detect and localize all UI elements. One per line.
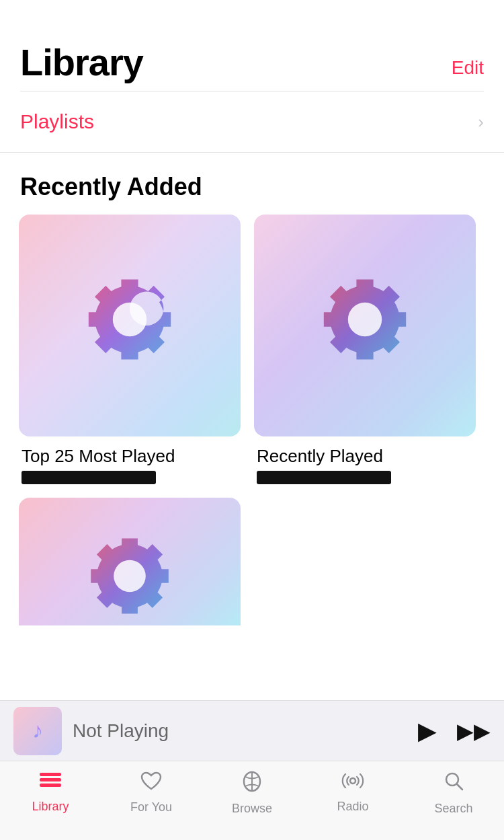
library-tab-icon	[39, 771, 62, 796]
album-name-1: Top 25 Most Played	[19, 446, 241, 467]
search-icon-svg	[444, 771, 464, 792]
edit-button[interactable]: Edit	[452, 57, 484, 84]
album-item[interactable]: Recently Played	[254, 215, 476, 484]
heart-icon-svg	[140, 771, 163, 791]
search-tab-icon	[444, 771, 464, 798]
tab-browse-label: Browse	[232, 802, 272, 816]
tab-search[interactable]: Search	[403, 771, 504, 816]
album-art-2	[254, 215, 476, 436]
now-playing-controls: ▶ ▶▶	[418, 717, 491, 745]
svg-rect-4	[40, 778, 61, 781]
album-art-3	[19, 498, 241, 625]
album-art-1	[19, 215, 241, 436]
gear-icon	[73, 525, 187, 625]
tab-radio-label: Radio	[337, 800, 368, 814]
tab-browse[interactable]: Browse	[202, 771, 302, 816]
now-playing-bar[interactable]: ♪ Not Playing ▶ ▶▶	[0, 700, 504, 761]
page-title: Library	[20, 40, 143, 84]
svg-point-8	[350, 778, 355, 784]
gear-icon	[69, 265, 190, 386]
library-icon-svg	[39, 771, 62, 790]
tab-library-label: Library	[32, 800, 69, 814]
chevron-right-icon: ›	[478, 112, 484, 132]
browse-icon-svg	[242, 771, 262, 792]
album-item[interactable]	[19, 498, 241, 625]
svg-point-2	[114, 560, 146, 593]
album-item[interactable]: Top 25 Most Played	[19, 215, 241, 484]
now-playing-text: Not Playing	[73, 720, 407, 742]
recently-added-section: Recently Added	[0, 153, 504, 625]
now-playing-thumb: ♪	[13, 707, 62, 755]
recently-added-title: Recently Added	[0, 153, 504, 215]
gear-icon	[304, 265, 425, 386]
album-sub-2	[254, 471, 476, 484]
svg-point-1	[348, 303, 382, 336]
fast-forward-button[interactable]: ▶▶	[457, 718, 491, 744]
tab-bar: Library For You Browse	[0, 761, 504, 840]
playlists-label: Playlists	[20, 110, 94, 133]
album-sub-1	[19, 471, 241, 484]
play-button[interactable]: ▶	[418, 717, 437, 745]
redacted-text-2	[257, 471, 391, 484]
playlists-row[interactable]: Playlists ›	[0, 91, 504, 153]
tab-search-label: Search	[434, 802, 472, 816]
tab-library[interactable]: Library	[0, 771, 101, 814]
music-note-icon: ♪	[32, 718, 43, 743]
svg-rect-5	[40, 784, 61, 787]
tab-radio[interactable]: Radio	[302, 771, 403, 814]
album-name-2: Recently Played	[254, 446, 476, 467]
radio-icon-svg	[341, 771, 365, 790]
svg-point-0	[113, 303, 146, 336]
radio-tab-icon	[341, 771, 365, 796]
album-grid: Top 25 Most Played	[0, 215, 504, 625]
svg-rect-3	[40, 773, 61, 776]
tab-for-you[interactable]: For You	[101, 771, 202, 814]
svg-line-10	[457, 784, 462, 790]
browse-tab-icon	[242, 771, 262, 798]
page-header: Library Edit	[0, 0, 504, 91]
tab-for-you-label: For You	[130, 800, 172, 814]
redacted-text-1	[22, 471, 156, 484]
for-you-tab-icon	[140, 771, 163, 796]
